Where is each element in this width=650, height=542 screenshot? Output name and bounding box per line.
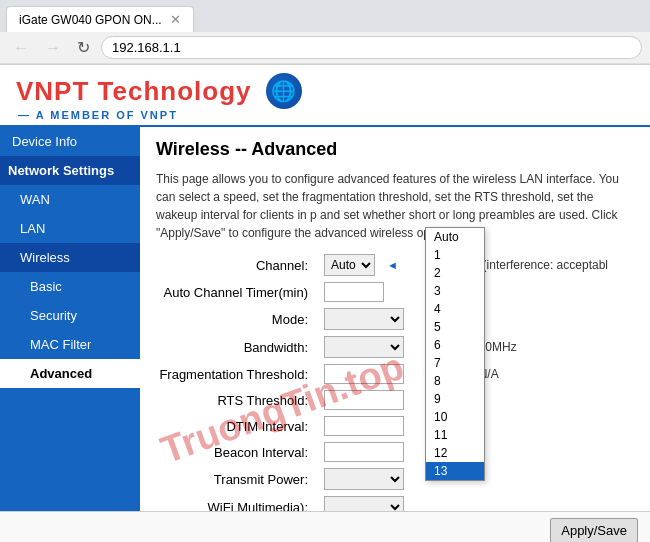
dropdown-item-2[interactable]: 2 <box>426 264 484 282</box>
dropdown-item-10[interactable]: 10 <box>426 408 484 426</box>
bottom-bar: Apply/Save <box>0 511 650 542</box>
label-transmit-power: Transmit Power: <box>156 472 316 487</box>
dropdown-item-3[interactable]: 3 <box>426 282 484 300</box>
page-description: This page allows you to configure advanc… <box>156 170 634 242</box>
address-bar[interactable] <box>101 36 642 59</box>
dropdown-item-7[interactable]: 7 <box>426 354 484 372</box>
browser-chrome: iGate GW040 GPON ON... ✕ ← → ↻ <box>0 0 650 65</box>
back-button[interactable]: ← <box>8 37 34 59</box>
header: VNPT Technology 🌐 — A MEMBER OF VNPT <box>0 65 650 127</box>
form-row-dtim-interval: DTIM Interval: <box>156 416 634 436</box>
tab-bar: iGate GW040 GPON ON... ✕ <box>0 0 650 32</box>
content-area: Wireless -- Advanced This page allows yo… <box>140 127 650 511</box>
frag-threshold-input[interactable] <box>324 364 404 384</box>
form-row-auto-channel-timer: Auto Channel Timer(min) <box>156 282 634 302</box>
form-row-channel: Channel: Auto ◄ Current: 1 (interference… <box>156 254 634 276</box>
tab-title: iGate GW040 GPON ON... <box>19 13 162 27</box>
auto-channel-timer-input[interactable] <box>324 282 384 302</box>
label-mode: Mode: <box>156 312 316 327</box>
sidebar-item-wan[interactable]: WAN <box>0 185 140 214</box>
page-title: Wireless -- Advanced <box>156 139 634 160</box>
nav-bar: ← → ↻ <box>0 32 650 64</box>
dropdown-item-5[interactable]: 5 <box>426 318 484 336</box>
form-row-beacon-interval: Beacon Interval: <box>156 442 634 462</box>
label-beacon-interval: Beacon Interval: <box>156 445 316 460</box>
sidebar: Device Info Network Settings WAN LAN Wir… <box>0 127 140 511</box>
transmit-power-select[interactable] <box>324 468 404 490</box>
dropdown-item-8[interactable]: 8 <box>426 372 484 390</box>
wifi-multimedia-select[interactable] <box>324 496 404 511</box>
label-frag-threshold: Fragmentation Threshold: <box>156 367 316 382</box>
sidebar-item-wireless[interactable]: Wireless <box>0 243 140 272</box>
label-bandwidth: Bandwidth: <box>156 340 316 355</box>
label-dtim-interval: DTIM Interval: <box>156 419 316 434</box>
beacon-interval-input[interactable] <box>324 442 404 462</box>
form-row-bandwidth: Bandwidth: Current: 20MHz <box>156 336 634 358</box>
apply-save-button[interactable]: Apply/Save <box>550 518 638 542</box>
dropdown-item-4[interactable]: 4 <box>426 300 484 318</box>
sidebar-item-device-info[interactable]: Device Info <box>0 127 140 156</box>
tab-close-icon[interactable]: ✕ <box>170 12 181 27</box>
header-sub: — A MEMBER OF VNPT <box>18 109 634 121</box>
bandwidth-select[interactable] <box>324 336 404 358</box>
main-area: Device Info Network Settings WAN LAN Wir… <box>0 127 650 511</box>
sidebar-item-network-settings[interactable]: Network Settings <box>0 156 140 185</box>
logo-globe-icon: 🌐 <box>266 73 302 109</box>
dropdown-item-12[interactable]: 12 <box>426 444 484 462</box>
channel-dropdown-overlay[interactable]: Auto 1 2 3 4 5 6 7 8 9 10 11 12 13 <box>425 227 485 481</box>
logo-text: VNPT Technology <box>16 76 252 107</box>
dropdown-item-1[interactable]: 1 <box>426 246 484 264</box>
label-channel: Channel: <box>156 258 316 273</box>
rts-threshold-input[interactable] <box>324 390 404 410</box>
dtim-interval-input[interactable] <box>324 416 404 436</box>
dropdown-item-11[interactable]: 11 <box>426 426 484 444</box>
dropdown-item-9[interactable]: 9 <box>426 390 484 408</box>
form-row-frag-threshold: Fragmentation Threshold: Current: N/A <box>156 364 634 384</box>
refresh-button[interactable]: ↻ <box>72 36 95 59</box>
channel-select[interactable]: Auto <box>324 254 375 276</box>
forward-button[interactable]: → <box>40 37 66 59</box>
sidebar-item-lan[interactable]: LAN <box>0 214 140 243</box>
label-auto-channel-timer: Auto Channel Timer(min) <box>156 285 316 300</box>
sidebar-item-advanced[interactable]: Advanced <box>0 359 140 388</box>
form-row-transmit-power: Transmit Power: <box>156 468 634 490</box>
sidebar-item-security[interactable]: Security <box>0 301 140 330</box>
page: VNPT Technology 🌐 — A MEMBER OF VNPT Dev… <box>0 65 650 542</box>
dropdown-item-13[interactable]: 13 <box>426 462 484 480</box>
channel-arrow-icon: ◄ <box>387 259 398 271</box>
dropdown-item-auto[interactable]: Auto <box>426 228 484 246</box>
label-rts-threshold: RTS Threshold: <box>156 393 316 408</box>
form-row-wifi-multimedia: WiFi Multimedia): <box>156 496 634 511</box>
dropdown-item-6[interactable]: 6 <box>426 336 484 354</box>
mode-select[interactable] <box>324 308 404 330</box>
form-row-mode: Mode: <box>156 308 634 330</box>
sidebar-item-mac-filter[interactable]: MAC Filter <box>0 330 140 359</box>
active-tab[interactable]: iGate GW040 GPON ON... ✕ <box>6 6 194 32</box>
form-row-rts-threshold: RTS Threshold: <box>156 390 634 410</box>
label-wifi-multimedia: WiFi Multimedia): <box>156 500 316 512</box>
sidebar-item-basic[interactable]: Basic <box>0 272 140 301</box>
header-top: VNPT Technology 🌐 <box>16 73 634 109</box>
